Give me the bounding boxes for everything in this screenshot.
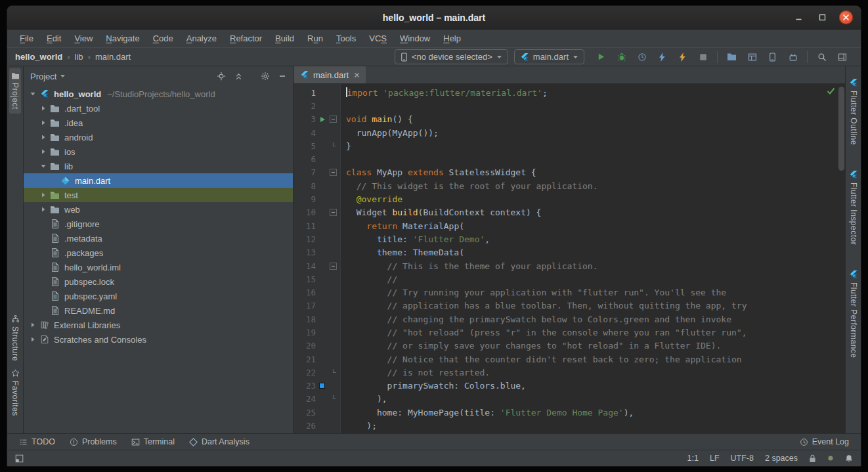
caret-position[interactable]: 1:1 [687,454,699,463]
menu-analyze[interactable]: Analyze [181,32,223,45]
menu-edit[interactable]: Edit [41,32,67,45]
fold-marker-icon[interactable] [328,169,338,176]
tree-collapsed-arrow-icon[interactable] [38,148,49,155]
file-encoding[interactable]: UTF-8 [731,454,754,463]
close-tab-icon[interactable] [354,72,360,78]
tree-item-pubspec-lock[interactable]: pubspec.lock [24,274,293,289]
tool-button-favorites[interactable]: Favorites [9,365,21,420]
indent-style[interactable]: 2 spaces [765,454,798,463]
title-bar[interactable]: hello_world – main.dart [7,6,861,30]
gutter[interactable]: 4 [293,126,341,139]
gutter[interactable]: 26 [293,419,341,432]
toolwindow-toggle-button[interactable] [15,454,24,463]
tree-item-hello-world-iml[interactable]: hello_world.iml [24,260,293,274]
line-separator[interactable]: LF [710,454,720,463]
gutter[interactable]: 3 [293,113,341,126]
menu-vcs[interactable]: VCS [363,32,393,45]
code-line-4[interactable]: 4 runApp(MyApp()); [293,126,845,139]
gutter[interactable]: 21 [293,353,341,366]
panel-options-button[interactable] [261,72,270,81]
tool-button-flutter-outline[interactable]: Flutter Outline [848,74,859,149]
gutter[interactable]: 25 [293,406,341,419]
code-line-12[interactable]: 12 title: 'Flutter Demo', [293,232,845,246]
tool-button-structure[interactable]: Structure [9,311,21,365]
fold-marker-icon[interactable] [328,369,338,376]
gutter[interactable]: 18 [293,312,341,326]
tree-expanded-arrow-icon[interactable] [38,163,49,169]
gutter[interactable]: 22 [293,366,341,379]
tree-collapsed-arrow-icon[interactable] [38,134,49,140]
tree-collapsed-arrow-icon[interactable] [38,105,49,112]
gutter[interactable]: 15 [293,272,341,286]
code-line-9[interactable]: 9 @override [293,192,845,205]
fold-marker-icon[interactable] [328,395,338,402]
breadcrumb-item[interactable]: main.dart [95,52,131,62]
tree-collapsed-arrow-icon[interactable] [38,119,49,126]
tool-button-project[interactable]: Project [9,68,21,114]
analysis-indicator-button[interactable] [827,455,834,461]
fold-marker-icon[interactable] [328,263,338,270]
gutter[interactable]: 10 [293,206,341,219]
code-line-3[interactable]: 3void main() { [293,113,845,126]
gutter[interactable]: 2 [293,99,341,112]
code-line-1[interactable]: 1import 'package:flutter/material.dart'; [293,86,845,99]
tree-item-hello-world[interactable]: hello_world~/StudioProjects/hello_world [24,87,293,101]
tree-item-external-libraries[interactable]: External Libraries [24,318,293,332]
tree-collapsed-arrow-icon[interactable] [28,322,38,328]
tree-item-metadata[interactable]: .metadata [24,231,293,246]
menu-help[interactable]: Help [437,32,467,45]
minimize-button[interactable] [792,11,806,24]
menu-view[interactable]: View [68,32,98,45]
tool-window-button-todo[interactable]: TODO [14,436,60,448]
gutter[interactable]: 11 [293,219,341,232]
debug-button[interactable] [614,49,629,64]
tool-window-button-terminal[interactable]: Terminal [126,436,180,448]
tree-collapsed-arrow-icon[interactable] [38,206,49,213]
tree-collapsed-arrow-icon[interactable] [28,336,38,343]
menu-window[interactable]: Window [394,32,436,45]
layout-inspector-button[interactable] [745,49,760,64]
gutter[interactable]: 14 [293,259,341,272]
fold-marker-icon[interactable] [328,142,338,150]
project-structure-button[interactable] [724,49,739,64]
device-manager-button[interactable] [765,49,780,64]
gutter[interactable]: 9 [293,192,341,205]
code-line-20[interactable]: 20 // or simply save your changes to "ho… [293,339,845,353]
gutter[interactable]: 12 [293,232,341,246]
code-line-17[interactable]: 17 // application has a blue toolbar. Th… [293,299,845,312]
code-line-11[interactable]: 11 return MaterialApp( [293,219,845,232]
tree-expanded-arrow-icon[interactable] [28,91,38,97]
code-line-26[interactable]: 26 ); [293,419,845,432]
code-line-14[interactable]: 14 // This is the theme of your applicat… [293,259,845,272]
code-line-24[interactable]: 24 ), [293,393,845,406]
gutter[interactable]: 7 [293,166,341,179]
gutter[interactable]: 13 [293,246,341,259]
search-everywhere-button[interactable] [814,49,829,64]
gutter[interactable]: 17 [293,299,341,312]
device-selector[interactable]: <no device selected> [395,49,508,64]
hide-panel-button[interactable] [278,72,286,80]
menu-run[interactable]: Run [301,32,329,45]
tree-item-android[interactable]: android [24,130,293,144]
tree-item-packages[interactable]: .packages [24,246,293,260]
tree-item-ios[interactable]: ios [24,144,293,159]
code-line-18[interactable]: 18 // changing the primarySwatch below t… [293,312,845,326]
run-line-icon[interactable] [316,116,328,123]
fold-marker-icon[interactable] [328,116,338,123]
code-line-8[interactable]: 8 // This widget is the root of your app… [293,179,845,192]
profile-button[interactable] [634,49,649,64]
close-button[interactable] [839,11,853,24]
code-line-6[interactable]: 6 [293,152,845,165]
gutter[interactable]: 20 [293,339,341,353]
breadcrumb-item[interactable]: lib [75,52,83,62]
bell-button[interactable] [845,454,853,463]
tree-item-dart-tool[interactable]: .dart_tool [24,101,293,116]
menu-navigate[interactable]: Navigate [100,32,145,45]
menu-refactor[interactable]: Refactor [224,32,268,45]
code-line-25[interactable]: 25 home: MyHomePage(title: 'Flutter Demo… [293,406,845,419]
code-line-22[interactable]: 22 // is not restarted. [293,366,845,379]
tree-item-test[interactable]: test [24,188,293,202]
tool-window-button-dart-analysis[interactable]: Dart Analysis [184,436,255,448]
code-line-19[interactable]: 19 // "hot reload" (press "r" in the con… [293,326,845,339]
code-line-23[interactable]: 23 primarySwatch: Colors.blue, [293,379,845,393]
